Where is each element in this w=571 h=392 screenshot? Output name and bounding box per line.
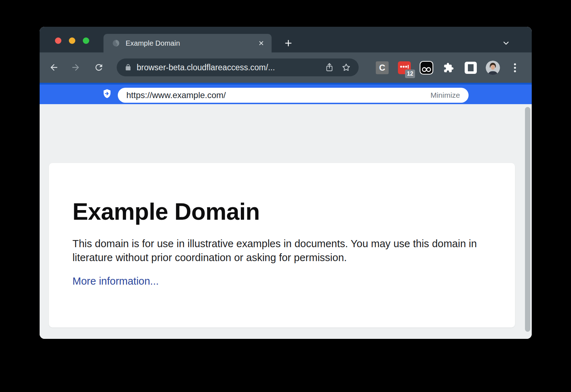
window-controls: [55, 37, 89, 44]
browser-window: Example Domain: [40, 27, 532, 339]
browser-toolbar: browser-beta.cloudflareaccess.com/... C: [40, 52, 532, 83]
tab-title: Example Domain: [126, 39, 257, 47]
page-body-text: This domain is for use in illustrative e…: [72, 237, 491, 265]
password-badge: 12: [405, 70, 415, 78]
minimize-bar-button[interactable]: Minimize: [430, 91, 460, 100]
zoom-window-button[interactable]: [83, 37, 89, 44]
remote-browser-bar: Minimize: [40, 83, 532, 104]
two-circles-extension-icon[interactable]: [419, 60, 434, 76]
tab-close-icon[interactable]: [257, 39, 266, 48]
bookmark-star-icon[interactable]: [342, 63, 351, 72]
globe-favicon-icon: [112, 39, 120, 47]
scrollbar-thumb[interactable]: [525, 107, 530, 332]
tab-example-domain[interactable]: Example Domain: [103, 34, 272, 52]
tab-search-chevron-icon[interactable]: [499, 36, 513, 50]
shield-icon: [102, 89, 112, 100]
share-icon[interactable]: [325, 63, 334, 72]
extensions-row: C 12: [374, 52, 523, 83]
new-tab-button[interactable]: [282, 36, 295, 50]
lock-icon[interactable]: [125, 64, 132, 71]
tab-strip: Example Domain: [40, 27, 532, 52]
forward-button[interactable]: [68, 60, 84, 75]
reload-button[interactable]: [91, 60, 107, 75]
back-button[interactable]: [46, 60, 62, 75]
example-domain-card: Example Domain This domain is for use in…: [49, 163, 515, 327]
extensions-puzzle-icon[interactable]: [441, 60, 456, 76]
remote-url-bar: Minimize: [118, 88, 469, 103]
more-information-link[interactable]: More information...: [72, 275, 159, 287]
close-window-button[interactable]: [55, 37, 61, 44]
address-bar-url: browser-beta.cloudflareaccess.com/...: [137, 63, 321, 72]
extension-c-icon[interactable]: C: [374, 60, 390, 76]
address-bar[interactable]: browser-beta.cloudflareaccess.com/...: [117, 58, 359, 76]
page-heading: Example Domain: [72, 199, 515, 225]
profile-avatar[interactable]: [485, 60, 501, 76]
minimize-window-button[interactable]: [69, 37, 75, 44]
desktop-background: { "colors": { "accent_blue": "#2e6cf0", …: [0, 0, 571, 392]
browser-menu-icon[interactable]: [507, 60, 523, 76]
remote-url-input[interactable]: [126, 90, 426, 101]
side-panel-icon[interactable]: [463, 60, 479, 76]
page-content: Example Domain This domain is for use in…: [40, 104, 532, 339]
password-manager-icon[interactable]: 12: [396, 60, 412, 76]
